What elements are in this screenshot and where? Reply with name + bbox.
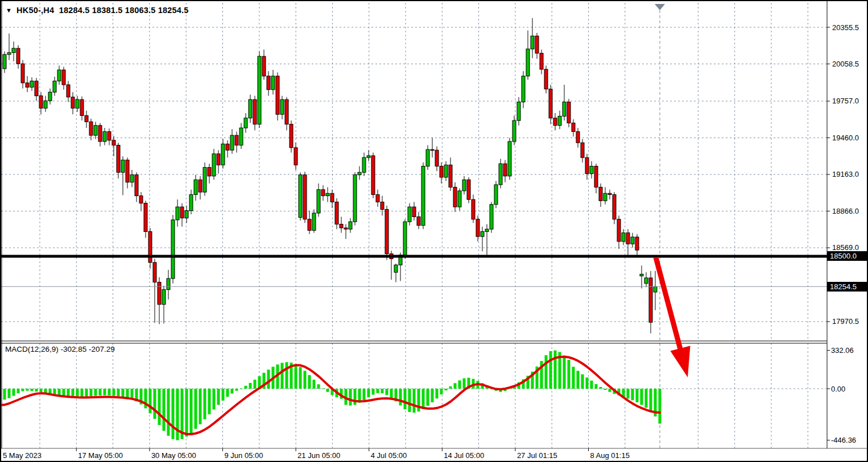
time-axis-label: 27 Jul 01:15 [517, 451, 557, 460]
macd-histogram-bar [295, 364, 297, 389]
plot-area[interactable]: 20355.520058.519757.019460.019163.018866… [1, 1, 867, 461]
candle-body [326, 193, 329, 195]
candle-body [280, 99, 284, 114]
candle-body [267, 76, 270, 90]
macd-histogram-bar [408, 389, 411, 412]
macd-histogram-bar [568, 360, 571, 389]
candle-body [148, 232, 152, 263]
candle-body [649, 278, 652, 322]
candle-body [117, 145, 120, 173]
candle-body [312, 213, 316, 230]
candle-body [490, 205, 493, 229]
candle-body [531, 36, 534, 49]
macd-histogram-bar [659, 389, 662, 423]
macd-histogram-bar [226, 389, 229, 397]
candle-body [412, 207, 416, 217]
macd-histogram-bar [104, 389, 106, 396]
candle-body [108, 132, 111, 140]
chart-shift-marker-icon[interactable] [655, 4, 665, 10]
macd-histogram-bar [58, 389, 61, 396]
candle-body [39, 96, 43, 109]
chart-title: ▼HK50-,H4 18284.5 18381.5 18063.5 18254.… [6, 6, 189, 15]
macd-histogram-bar [449, 386, 452, 389]
candle-body [572, 123, 575, 131]
macd-histogram-bar [377, 389, 379, 393]
candle-body [35, 81, 38, 96]
macd-histogram-bar [117, 389, 120, 396]
price-axis-label: 19460.0 [832, 134, 859, 142]
candle-body [62, 70, 65, 85]
candle-body [30, 81, 34, 88]
candle-body [139, 196, 143, 203]
macd-histogram-bar [22, 389, 24, 391]
candle-body [226, 144, 229, 150]
candle-body [294, 148, 297, 165]
macd-histogram-bar [549, 351, 552, 389]
candle-body [344, 228, 348, 229]
macd-histogram-bar [308, 375, 311, 389]
macd-histogram-bar [3, 389, 6, 399]
macd-histogram-bar [413, 389, 416, 413]
macd-histogram-bar [85, 389, 88, 397]
time-axis-label: 21 Jun 05:00 [297, 451, 340, 460]
time-axis-label: 4 Jul 05:00 [371, 451, 407, 460]
candle-body [162, 290, 166, 305]
macd-histogram-bar [281, 363, 284, 389]
candle-body [517, 102, 520, 121]
candle-body [613, 194, 616, 219]
candle-body [394, 265, 398, 272]
macd-histogram-bar [158, 389, 161, 425]
macd-histogram-bar [326, 389, 329, 392]
macd-axis-label: -446.36 [831, 436, 856, 444]
candle-body [308, 219, 311, 231]
candle-body [485, 229, 489, 231]
candle-body [340, 224, 343, 228]
candle-body [535, 36, 539, 53]
candle-body [558, 116, 561, 125]
macd-histogram-bar [458, 380, 461, 389]
candle-body [512, 120, 516, 141]
candle-body [258, 56, 261, 124]
candle-body [144, 203, 147, 232]
symbol-dropdown-icon[interactable]: ▼ [6, 7, 12, 14]
candle-body [526, 49, 530, 76]
macd-histogram-bar [590, 381, 593, 389]
macd-histogram-bar [604, 389, 607, 390]
candle-body [567, 102, 571, 123]
candle-body [421, 166, 425, 225]
candle-body [358, 172, 361, 174]
bid-price-badge: 18254.5 [827, 282, 867, 292]
macd-histogram-bar [254, 380, 257, 389]
annotation-arrow-head[interactable] [671, 346, 691, 378]
candle-body [212, 154, 216, 176]
macd-histogram-bar [586, 377, 589, 389]
candle-body [208, 168, 211, 176]
candle-body [622, 233, 625, 242]
candle-body [563, 102, 566, 116]
candle-body [7, 53, 11, 55]
macd-histogram-bar [440, 389, 443, 394]
candle-body [362, 157, 366, 172]
candle-body [290, 124, 293, 148]
candle-body [635, 237, 639, 250]
macd-histogram-bar [595, 384, 598, 389]
candle-body [499, 164, 502, 185]
candle-body [112, 140, 115, 145]
candle-body [617, 219, 621, 242]
macd-histogram-bar [390, 389, 393, 398]
candle-body [626, 233, 630, 244]
candle-body [481, 232, 484, 237]
macd-histogram-bar [113, 389, 115, 396]
candle-body [449, 165, 452, 187]
candle-body [262, 56, 266, 76]
candle-body [440, 166, 443, 177]
candle-body [249, 99, 252, 118]
macd-histogram-bar [231, 389, 234, 394]
macd-histogram-bar [40, 389, 43, 392]
candle-body [299, 175, 302, 218]
macd-histogram-bar [563, 356, 566, 389]
macd-histogram-bar [322, 389, 325, 389]
macd-histogram-bar [245, 386, 247, 389]
macd-histogram-bar [554, 351, 557, 389]
macd-histogram-bar [367, 389, 370, 397]
